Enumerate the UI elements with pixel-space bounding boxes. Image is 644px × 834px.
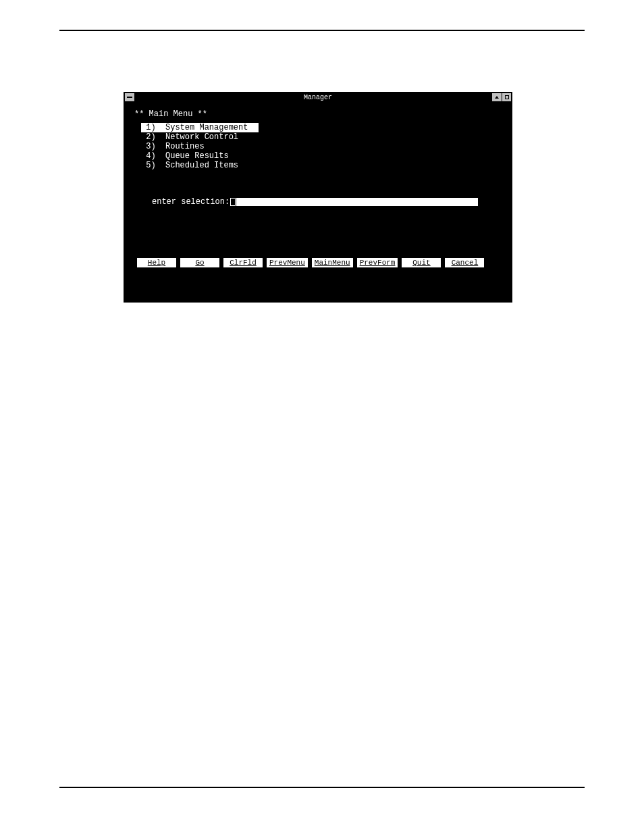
menu-item-network-control[interactable]: 2) Network Control — [141, 132, 238, 142]
window-controls — [492, 93, 511, 101]
prevform-button[interactable]: PrevForm — [357, 258, 398, 267]
mainmenu-button[interactable]: MainMenu — [312, 258, 353, 267]
selection-prompt-label: enter selection: — [152, 197, 230, 207]
maximize-button[interactable] — [502, 93, 511, 101]
terminal-window: Manager ** Main Menu ** 1) System Manage… — [124, 92, 512, 303]
clrfld-button[interactable]: ClrFld — [223, 258, 263, 267]
system-menu-icon[interactable] — [125, 93, 134, 101]
button-bar: Help Go ClrFld PrevMenu MainMenu PrevFor… — [124, 258, 512, 267]
quit-button[interactable]: Quit — [402, 258, 441, 267]
page-divider-top — [59, 30, 585, 31]
menu-item-system-management[interactable]: 1) System Management — [141, 123, 259, 132]
cancel-button[interactable]: Cancel — [445, 258, 484, 267]
menu-item-routines[interactable]: 3) Routines — [141, 142, 205, 151]
terminal-body: ** Main Menu ** 1) System Management 2) … — [124, 103, 512, 278]
help-button[interactable]: Help — [137, 258, 176, 267]
menu-item-queue-results[interactable]: 4) Queue Results — [141, 151, 229, 161]
prevmenu-button[interactable]: PrevMenu — [267, 258, 308, 267]
selection-prompt-row: enter selection: — [152, 197, 504, 207]
selection-input[interactable] — [236, 198, 478, 206]
titlebar: Manager — [124, 92, 512, 103]
cursor-icon — [230, 198, 236, 206]
go-button[interactable]: Go — [180, 258, 219, 267]
window-title: Manager — [304, 94, 332, 101]
window-bottom-edge — [124, 300, 512, 303]
page-divider-bottom — [59, 787, 585, 788]
menu-heading: ** Main Menu ** — [134, 109, 504, 119]
minimize-button[interactable] — [492, 93, 502, 101]
menu-item-scheduled-items[interactable]: 5) Scheduled Items — [141, 161, 238, 170]
